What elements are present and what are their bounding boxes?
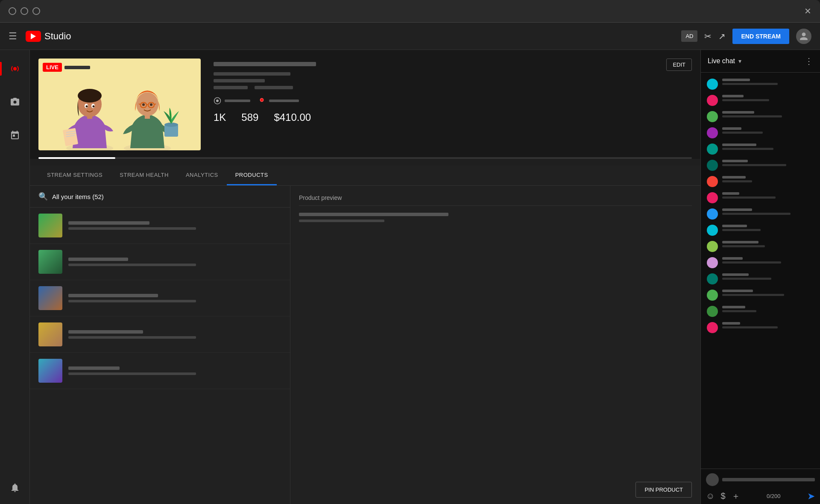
stream-progress-bar: [38, 157, 692, 159]
product-item-3[interactable]: [30, 280, 290, 316]
content-area: LIVE: [30, 50, 700, 504]
products-left-panel: 🔍 All your items (52): [30, 186, 290, 504]
dollar-button[interactable]: $: [720, 490, 725, 502]
chat-header: Live chat ▾ ⋮: [701, 50, 820, 73]
chat-message: [701, 255, 820, 271]
product-sub-1: [68, 227, 196, 230]
sidebar-item-camera[interactable]: [5, 92, 25, 112]
chat-menu-button[interactable]: ⋮: [805, 56, 813, 66]
product-item-1[interactable]: [30, 208, 290, 244]
hamburger-menu[interactable]: ☰: [9, 31, 17, 42]
sidebar-item-calendar[interactable]: [5, 125, 25, 146]
chat-avatar: [707, 225, 718, 236]
stat-revenue: $410.00: [274, 111, 311, 123]
chat-username: [722, 290, 753, 292]
edit-button[interactable]: EDIT: [666, 59, 692, 71]
stat-bar-live: [269, 100, 299, 102]
product-sub-4: [68, 336, 196, 339]
stat-views: 1K: [214, 111, 226, 123]
search-icon: 🔍: [38, 192, 48, 201]
svg-point-8: [78, 89, 102, 103]
product-thumbnail-4: [38, 322, 62, 346]
svg-point-27: [216, 100, 219, 102]
tab-products[interactable]: PRODUCTS: [227, 166, 277, 185]
ad-button[interactable]: AD: [681, 30, 697, 42]
chat-username: [722, 111, 754, 114]
chat-action-icons: ☺ $ ＋: [706, 490, 740, 502]
products-right-panel: Product preview PIN PRODUCT: [290, 186, 700, 504]
product-info-2: [68, 258, 281, 266]
chat-actions: ☺ $ ＋ 0/200 ➤: [706, 490, 815, 502]
search-bar: 🔍 All your items (52): [30, 186, 290, 208]
product-item-5[interactable]: [30, 353, 290, 389]
chat-avatar: [707, 95, 718, 106]
product-item-2[interactable]: [30, 244, 290, 280]
stream-info: EDIT: [209, 59, 692, 123]
chat-text: [722, 148, 773, 150]
chat-avatar: [707, 290, 718, 301]
logo-area: Studio: [26, 31, 71, 42]
chat-message: [701, 222, 820, 238]
product-info-4: [68, 330, 281, 339]
fullscreen-button[interactable]: [32, 7, 40, 15]
tab-stream-health[interactable]: STREAM HEALTH: [111, 166, 177, 185]
product-thumbnail-5: [38, 359, 62, 383]
product-name-5: [68, 366, 120, 370]
chat-avatar: [707, 160, 718, 171]
chat-username: [722, 225, 747, 227]
chat-text: [722, 180, 752, 182]
chat-message: [701, 76, 820, 92]
chat-message: [701, 238, 820, 255]
scissors-icon[interactable]: ✂: [704, 31, 712, 41]
add-button[interactable]: ＋: [732, 490, 740, 502]
chat-message: [701, 125, 820, 141]
chat-message: [701, 206, 820, 222]
end-stream-button[interactable]: END STREAM: [732, 29, 789, 44]
chat-username: [722, 144, 756, 146]
chat-input-field[interactable]: [722, 478, 815, 481]
emoji-button[interactable]: ☺: [706, 490, 715, 502]
stream-info-line-1: [214, 72, 290, 76]
chat-text: [722, 99, 769, 101]
product-info-5: [68, 366, 281, 375]
chat-avatar: [707, 241, 718, 252]
stream-info-line-4: [255, 86, 293, 89]
chat-message: [701, 271, 820, 287]
search-text: All your items (52): [52, 193, 104, 200]
product-name-4: [68, 330, 143, 334]
sidebar-item-alert[interactable]: [5, 477, 25, 498]
stat-likes: 589: [241, 111, 258, 123]
close-button[interactable]: ✕: [804, 6, 811, 16]
chat-username: [722, 127, 741, 130]
sidebar-item-live[interactable]: [5, 59, 25, 79]
window-chrome: ✕: [0, 0, 820, 23]
tab-stream-settings[interactable]: STREAM SETTINGS: [38, 166, 111, 185]
product-thumbnail-1: [38, 214, 62, 237]
top-nav: ☰ Studio AD ✂ ↗ END STREAM: [0, 23, 820, 50]
studio-label: Studio: [44, 31, 71, 42]
chat-text: [722, 164, 786, 166]
product-name-3: [68, 294, 158, 297]
minimize-button[interactable]: [9, 7, 16, 15]
stream-title-bar: [214, 62, 316, 66]
tab-analytics[interactable]: ANALYTICS: [177, 166, 227, 185]
product-item-4[interactable]: [30, 316, 290, 353]
product-sub-5: [68, 372, 196, 375]
maximize-button[interactable]: [20, 7, 28, 15]
chat-text: [722, 278, 771, 280]
chat-input-row: [706, 473, 815, 486]
live-label: LIVE: [43, 63, 62, 72]
chat-avatar: [707, 127, 718, 138]
live-badge: LIVE: [43, 63, 90, 72]
share-icon[interactable]: ↗: [718, 31, 726, 41]
chat-username: [722, 160, 748, 162]
pin-product-button[interactable]: PIN PRODUCT: [636, 482, 692, 498]
chat-text: [722, 132, 763, 134]
chat-username: [722, 306, 745, 308]
user-avatar[interactable]: [796, 29, 811, 44]
chat-username: [722, 95, 744, 97]
chat-message: [701, 92, 820, 108]
send-button[interactable]: ➤: [807, 491, 815, 502]
nav-actions: AD ✂ ↗ END STREAM: [681, 29, 811, 44]
chat-text: [722, 196, 776, 199]
